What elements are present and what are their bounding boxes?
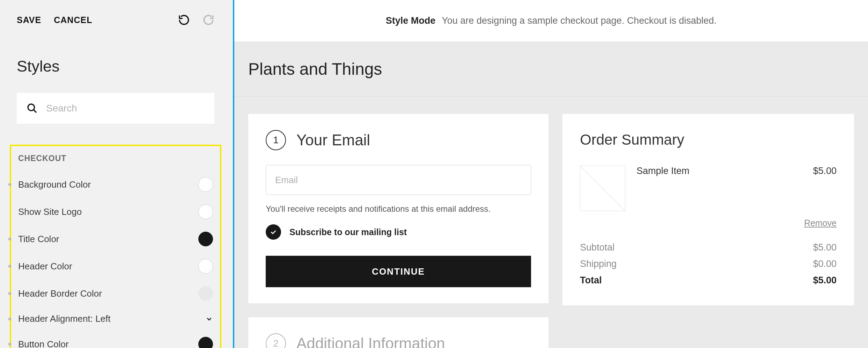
chevron-down-icon <box>205 315 213 323</box>
subscribe-row[interactable]: Subscribe to our mailing list <box>266 224 531 240</box>
item-name: Sample Item <box>637 166 802 176</box>
search-icon <box>27 103 38 114</box>
site-title: Plants and Things <box>234 42 868 96</box>
redo-icon[interactable] <box>203 14 214 26</box>
style-row-header-color[interactable]: Header Color <box>18 259 213 274</box>
style-label: Header Color <box>18 261 198 272</box>
subscribe-label: Subscribe to our mailing list <box>289 227 407 237</box>
style-label: Show Site Logo <box>18 206 198 217</box>
style-label: Header Alignment: Left <box>18 313 205 324</box>
save-button[interactable]: SAVE <box>17 15 41 25</box>
shipping-label: Shipping <box>580 259 617 269</box>
bullet-icon <box>8 183 11 186</box>
checkout-style-group: CHECKOUT Background Color Show Site Logo… <box>10 145 221 348</box>
style-label: Header Border Color <box>18 288 198 299</box>
order-summary-card: Order Summary Sample Item $5.00 Remove S… <box>562 114 854 305</box>
style-row-show-site-logo[interactable]: Show Site Logo <box>18 204 213 219</box>
bullet-icon <box>8 238 11 240</box>
search-box[interactable] <box>17 93 214 124</box>
bullet-icon <box>8 265 11 268</box>
subtotal-value: $5.00 <box>813 242 837 253</box>
continue-button[interactable]: CONTINUE <box>266 256 531 287</box>
style-row-header-alignment[interactable]: Header Alignment: Left <box>18 313 213 324</box>
email-hint: You'll receive receipts and notification… <box>266 204 531 214</box>
shipping-value: $0.00 <box>813 259 837 269</box>
item-price: $5.00 <box>813 166 837 176</box>
style-row-background-color[interactable]: Background Color <box>18 177 213 192</box>
panel-title: Styles <box>17 57 214 75</box>
bullet-icon <box>8 318 11 320</box>
search-input[interactable] <box>46 103 205 114</box>
banner-description: You are designing a sample checkout page… <box>442 15 716 26</box>
preview-pane: Style Mode You are designing a sample ch… <box>233 0 868 348</box>
subtotal-row: Subtotal $5.00 <box>580 242 837 253</box>
total-value: $5.00 <box>813 275 837 286</box>
svg-point-0 <box>28 104 35 111</box>
style-label: Button Color <box>18 339 198 348</box>
summary-line-item: Sample Item $5.00 <box>580 166 837 211</box>
bullet-icon <box>8 292 11 295</box>
card-title: Additional Information <box>296 335 445 348</box>
style-label: Background Color <box>18 179 198 190</box>
total-row: Total $5.00 <box>580 275 837 286</box>
color-swatch[interactable] <box>198 286 213 301</box>
step-number-1: 1 <box>266 130 286 150</box>
svg-line-1 <box>34 110 36 113</box>
toggle-swatch[interactable] <box>198 204 213 219</box>
summary-title: Order Summary <box>580 131 837 148</box>
style-row-title-color[interactable]: Title Color <box>18 232 213 246</box>
style-editor-panel: SAVE CANCEL Styles CHECKOUT Background C… <box>0 0 231 348</box>
card-title: Your Email <box>296 131 370 149</box>
total-label: Total <box>580 275 602 286</box>
banner-mode-label: Style Mode <box>386 15 436 26</box>
color-swatch[interactable] <box>198 232 213 246</box>
style-label: Title Color <box>18 234 198 245</box>
style-row-button-color[interactable]: Button Color <box>18 337 213 348</box>
color-swatch[interactable] <box>198 259 213 274</box>
remove-item-link[interactable]: Remove <box>804 218 837 228</box>
undo-icon[interactable] <box>178 14 190 26</box>
cancel-button[interactable]: CANCEL <box>54 15 92 25</box>
summary-totals: Subtotal $5.00 Shipping $0.00 Total $5.0… <box>580 242 837 286</box>
step-number-2: 2 <box>266 333 286 348</box>
shipping-row: Shipping $0.00 <box>580 259 837 269</box>
bullet-icon <box>8 343 11 346</box>
item-thumbnail <box>580 166 625 211</box>
checkout-body: 1 Your Email You'll receive receipts and… <box>234 96 868 348</box>
group-header: CHECKOUT <box>18 154 213 163</box>
additional-info-card: 2 Additional Information <box>248 317 549 348</box>
subtotal-label: Subtotal <box>580 242 615 253</box>
style-mode-banner: Style Mode You are designing a sample ch… <box>234 0 868 42</box>
style-row-header-border-color[interactable]: Header Border Color <box>18 286 213 301</box>
color-swatch[interactable] <box>198 177 213 192</box>
top-actions: SAVE CANCEL <box>17 14 214 26</box>
email-card: 1 Your Email You'll receive receipts and… <box>248 114 549 303</box>
checkmark-icon[interactable] <box>266 224 281 240</box>
color-swatch[interactable] <box>198 337 213 348</box>
email-input[interactable] <box>266 165 531 195</box>
